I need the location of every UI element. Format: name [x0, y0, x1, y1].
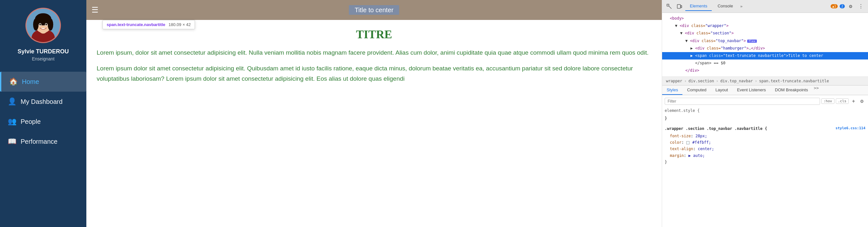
- style-tab-styles[interactable]: Styles: [662, 85, 682, 95]
- hamburger-button[interactable]: ☰: [92, 5, 99, 14]
- css-rule-font-size: font-size: 28px;: [665, 133, 865, 139]
- sidebar-item-people[interactable]: 👥 People: [0, 112, 86, 131]
- sidebar-item-performance-label: Performance: [21, 138, 58, 145]
- page-content: TITRE Lorem ipsum, dolor sit amet consec…: [86, 20, 662, 227]
- svg-point-7: [48, 18, 53, 31]
- svg-rect-14: [677, 4, 680, 8]
- sidebar: Sylvie TURDEROU Enseignant 🏠 Home 👤 My D…: [0, 0, 86, 227]
- devtools-more-tabs[interactable]: »: [739, 4, 744, 9]
- breadcrumb-wrapper[interactable]: wrapper: [665, 78, 684, 84]
- content-title: TITRE: [97, 28, 651, 41]
- dom-line-top-navbar[interactable]: ▼ <div class="top_navbar">flex: [662, 37, 868, 45]
- devtools-info-badge: 2: [840, 4, 845, 8]
- svg-line-13: [669, 6, 672, 9]
- css-rule-selector: .wrapper .section .top_navbar .navbartit…: [665, 125, 865, 132]
- svg-rect-12: [667, 4, 669, 6]
- performance-icon: 📖: [8, 137, 16, 146]
- user-role: Enseignant: [32, 56, 55, 62]
- css-source-link[interactable]: style6.css:114: [835, 125, 865, 131]
- styles-panel: Styles Computed Layout Event Listeners D…: [662, 85, 868, 227]
- dom-line-close-div: </div>: [662, 67, 868, 74]
- tooltip-selector: span.text-truncate.navbartitle: [107, 22, 165, 27]
- css-rule-margin: margin: ▶ auto;: [665, 152, 865, 159]
- styles-tabs: Styles Computed Layout Event Listeners D…: [662, 85, 868, 95]
- style-tab-layout[interactable]: Layout: [711, 85, 732, 95]
- styles-content: :hov .cls + ⚙ element.style { } .wrapper…: [662, 95, 868, 227]
- devtools-tab-elements[interactable]: Elements: [685, 2, 712, 11]
- svg-point-10: [39, 24, 41, 26]
- devtools-gear-btn[interactable]: ⚙: [846, 2, 855, 11]
- sidebar-item-home-label: Home: [22, 78, 39, 85]
- devtools-warn-badge: ▲1: [831, 4, 838, 8]
- styles-tabs-more[interactable]: >>: [814, 85, 819, 95]
- color-swatch: [686, 141, 689, 144]
- css-rule-navbartitle: .wrapper .section .top_navbar .navbartit…: [665, 125, 865, 165]
- dom-line-navbartitle[interactable]: ▶ <span class="text-truncate navbartitle…: [662, 52, 868, 60]
- dom-tree: <body> ▼ <div class="wrapper"> ▼ <div cl…: [662, 13, 868, 77]
- css-rule-close: }: [665, 159, 865, 165]
- filter-plus-btn[interactable]: +: [850, 98, 857, 104]
- svg-rect-15: [681, 5, 682, 8]
- people-icon: 👥: [8, 117, 16, 126]
- style-tab-computed[interactable]: Computed: [682, 85, 711, 95]
- filter-cls[interactable]: .cls: [836, 99, 849, 104]
- dom-line-navbartitle-close: </span> == $0: [662, 60, 868, 67]
- home-icon: 🏠: [9, 77, 18, 86]
- navbartitle-wrapper: Title to center: [349, 6, 399, 14]
- devtools-more-btn[interactable]: ⋮: [857, 2, 865, 11]
- dashboard-icon: 👤: [8, 98, 16, 106]
- inspect-icon-btn[interactable]: [665, 2, 674, 11]
- devtools-panel: Elements Console » ▲1 2 ⚙ ⋮ <body> ▼ <di…: [662, 0, 868, 227]
- css-rule-color: color: #f4fbff;: [665, 139, 865, 146]
- dom-line-section[interactable]: ▼ <div class="section">: [662, 30, 868, 37]
- breadcrumb-bar: wrapper › div.section › div.top_navbar ›…: [662, 77, 868, 85]
- sidebar-item-people-label: People: [21, 118, 40, 125]
- devtools-topbar: Elements Console » ▲1 2 ⚙ ⋮: [662, 0, 868, 13]
- top-navbar: ☰ Title to center span.text-truncate.nav…: [86, 0, 662, 20]
- breadcrumb-top-navbar[interactable]: div.top_navbar: [719, 78, 754, 84]
- element-tooltip: span.text-truncate.navbartitle 180.09 × …: [102, 20, 195, 29]
- element-style-label: element.style {: [665, 107, 865, 114]
- filter-row: :hov .cls + ⚙: [665, 98, 865, 105]
- user-name: Sylvie TURDEROU: [18, 48, 69, 55]
- navbartitle: Title to center: [349, 5, 399, 15]
- svg-point-11: [45, 24, 47, 26]
- element-style-block: element.style { }: [665, 107, 865, 122]
- filter-hov[interactable]: :hov: [821, 99, 835, 104]
- content-para-1: Lorem ipsum, dolor sit amet consectetur …: [97, 48, 651, 58]
- sidebar-item-home[interactable]: 🏠 Home: [0, 72, 86, 91]
- main-area: ☰ Title to center span.text-truncate.nav…: [86, 0, 662, 227]
- element-style-close: }: [665, 115, 865, 121]
- avatar: [26, 8, 61, 43]
- svg-point-6: [33, 18, 39, 31]
- style-tab-dom-breakpoints[interactable]: DOM Breakpoints: [770, 85, 813, 95]
- breadcrumb-section[interactable]: div.section: [687, 78, 715, 84]
- css-rule-text-align: text-align: center;: [665, 146, 865, 152]
- filter-settings-btn[interactable]: ⚙: [858, 98, 865, 104]
- breadcrumb-navbartitle[interactable]: span.text-truncate.navbartitle: [758, 78, 830, 84]
- device-icon-btn[interactable]: [675, 2, 684, 11]
- dom-line-body[interactable]: <body>: [662, 15, 868, 22]
- sidebar-item-dashboard-label: My Dashboard: [21, 98, 63, 106]
- devtools-tab-console[interactable]: Console: [713, 2, 738, 11]
- tooltip-dimensions: 180.09 × 42: [168, 22, 191, 27]
- style-tab-event-listeners[interactable]: Event Listeners: [732, 85, 770, 95]
- dom-line-wrapper[interactable]: ▼ <div class="wrapper">: [662, 22, 868, 30]
- sidebar-item-dashboard[interactable]: 👤 My Dashboard: [0, 91, 86, 112]
- filter-input[interactable]: [665, 98, 820, 105]
- content-para-2: Lorem ipsum dolor sit amet consectetur a…: [97, 63, 651, 84]
- nav-list: 🏠 Home 👤 My Dashboard 👥 People 📖 Perform…: [0, 72, 86, 151]
- dom-line-hamburger[interactable]: ▶ <div class="hamburger">…</div>: [662, 45, 868, 52]
- sidebar-item-performance[interactable]: 📖 Performance: [0, 131, 86, 151]
